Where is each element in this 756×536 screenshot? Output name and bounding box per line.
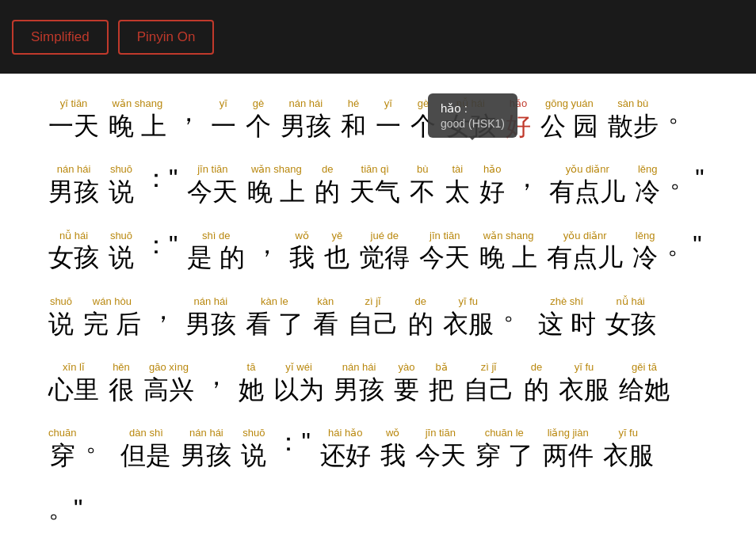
- char-unit: gāo xìng 高兴: [143, 361, 194, 405]
- pinyin-row-5: xīn lǐ 心里 hěn 很 gāo xìng 高兴 ， tā 她 yǐ wé…: [44, 361, 712, 405]
- pinyin-row-6: chuān 穿 。 dàn shì 但是 nán hái 男孩 shuō 说 ：: [44, 427, 712, 470]
- char-unit: yī fu 衣服: [443, 295, 494, 339]
- char-unit: ，: [254, 230, 280, 273]
- char-unit: ，: [176, 97, 201, 141]
- char-unit: hái hǎo 还好: [320, 427, 371, 470]
- tab-pinyin[interactable]: Pinyin On: [118, 20, 215, 55]
- char-unit: ，: [151, 295, 176, 339]
- char-unit: 。": [667, 230, 701, 273]
- char-unit: nán hái 男孩: [185, 295, 236, 339]
- char-unit: tā 她: [239, 361, 264, 405]
- char-unit: yǐ wéi 以为: [273, 361, 324, 405]
- char-unit: nán hái 男孩: [334, 361, 384, 405]
- char-unit: nǚ hái 女孩: [605, 295, 656, 339]
- char-unit: shuō 说: [109, 230, 134, 273]
- char-unit: zhè shí 这 时: [538, 295, 596, 339]
- char-unit: wǎn shang 晚 上: [247, 163, 305, 207]
- char-unit: yī tiān 一天: [48, 97, 99, 141]
- char-unit: hěn 很: [109, 361, 134, 405]
- char-unit: jīn tiān 今天: [419, 230, 470, 273]
- char-unit: gè 个: [246, 97, 271, 141]
- char-unit: chuān le 穿 了: [475, 427, 533, 470]
- tooltip-meaning: good (HSK1): [441, 117, 505, 130]
- top-bar: Simplified Pinyin On: [0, 0, 756, 74]
- main-content: hǎo : good (HSK1) yī tiān 一天 wǎn shang 晚…: [0, 74, 756, 536]
- char-unit: yǒu diǎnr 有点儿: [549, 163, 625, 207]
- char-unit: nán hái 男孩: [281, 97, 331, 141]
- char-unit: bù 不: [410, 163, 435, 207]
- char-unit: jué de 觉得: [359, 230, 410, 273]
- sentence-4: shuō 说 wán hòu 完 后 ， nán hái 男孩 kàn le 看…: [44, 295, 712, 339]
- char-unit: de 的: [315, 163, 340, 207]
- char-unit: lěng 冷: [635, 163, 660, 207]
- pinyin-row-7: 。": [44, 493, 712, 523]
- char-unit: 。: [503, 295, 529, 339]
- char-unit: gōng yuán 公 园: [540, 97, 598, 141]
- char-unit: wán hòu 完 后: [83, 295, 141, 339]
- char-unit: shuō 说: [241, 427, 266, 470]
- tooltip: hǎo : good (HSK1): [428, 93, 517, 138]
- char-unit: kàn le 看 了: [246, 295, 304, 339]
- pinyin-row-1: yī tiān 一天 wǎn shang 晚 上 ， yī 一 gè 个 nán…: [44, 97, 712, 141]
- sentence-5: xīn lǐ 心里 hěn 很 gāo xìng 高兴 ， tā 她 yǐ wé…: [44, 361, 712, 405]
- char-unit: nán hái 男孩: [48, 163, 99, 207]
- char-unit: bǎ 把: [429, 361, 454, 405]
- char-unit: yào 要: [394, 361, 419, 405]
- sentence-3: nǚ hái 女孩 shuō 说 ：" shì de 是 的 ， wǒ 我: [44, 230, 712, 273]
- char-unit: jīn tiān 今天: [187, 163, 238, 207]
- char-unit: nǚ hái 女孩: [48, 230, 99, 273]
- char-unit: hé 和: [341, 97, 366, 141]
- char-unit: gěi tā 给她: [619, 361, 670, 405]
- char-unit: nán hái 男孩: [181, 427, 231, 470]
- char-unit: 。: [668, 97, 693, 141]
- sentence-7: 。": [44, 493, 712, 523]
- char-unit: tài 太: [445, 163, 470, 207]
- pinyin-row-4: shuō 说 wán hòu 完 后 ， nán hái 男孩 kàn le 看…: [44, 295, 712, 339]
- char-unit: wǎn shang 晚 上: [479, 230, 537, 273]
- char-unit: liǎng jiàn 两件: [543, 427, 594, 470]
- char-unit: 。": [670, 163, 704, 207]
- char-unit: yě 也: [324, 230, 349, 273]
- char-unit: ：": [143, 230, 178, 273]
- pinyin-row-2: nán hái 男孩 shuō 说 ：" jīn tiān 今天 wǎn sha…: [44, 163, 712, 207]
- char-unit: ：": [276, 427, 310, 470]
- char-unit: dàn shì 但是: [120, 427, 171, 470]
- char-unit: yǒu diǎnr 有点儿: [547, 230, 623, 273]
- tab-simplified[interactable]: Simplified: [12, 20, 109, 55]
- char-unit: xīn lǐ 心里: [48, 361, 99, 405]
- char-unit: shì de 是 的: [187, 230, 245, 273]
- char-unit: wǎn shang 晚 上: [109, 97, 166, 141]
- sentence-2: nán hái 男孩 shuō 说 ：" jīn tiān 今天 wǎn sha…: [44, 163, 712, 207]
- char-unit: chuān 穿: [48, 427, 76, 470]
- char-unit: lěng 冷: [632, 230, 658, 273]
- char-unit: jīn tiān 今天: [415, 427, 466, 470]
- char-unit: ：": [143, 163, 178, 207]
- char-unit: kàn 看: [313, 295, 338, 339]
- char-unit: yī fu 衣服: [603, 427, 654, 470]
- char-unit: hǎo 好: [479, 163, 505, 207]
- char-unit: yī fu 衣服: [559, 361, 609, 405]
- char-unit: shuō 说: [48, 295, 74, 339]
- char-unit: yī 一: [376, 97, 401, 141]
- char-unit: yī 一: [211, 97, 236, 141]
- char-unit: de 的: [524, 361, 549, 405]
- char-unit: sàn bù 散步: [608, 97, 659, 141]
- char-unit: zì jǐ 自己: [348, 295, 399, 339]
- char-unit: ，: [204, 361, 229, 405]
- char-unit: 。: [86, 427, 111, 470]
- tooltip-pinyin: hǎo :: [441, 101, 505, 116]
- char-unit: shuō 说: [109, 163, 134, 207]
- char-unit: zì jǐ 自己: [464, 361, 514, 405]
- char-unit: 。": [48, 493, 82, 523]
- sentence-1: hǎo : good (HSK1) yī tiān 一天 wǎn shang 晚…: [44, 97, 712, 141]
- pinyin-row-3: nǚ hái 女孩 shuō 说 ：" shì de 是 的 ， wǒ 我: [44, 230, 712, 273]
- char-unit: de 的: [408, 295, 433, 339]
- char-unit: wǒ 我: [380, 427, 406, 470]
- char-unit: tiān qì 天气: [349, 163, 400, 207]
- char-unit: wǒ 我: [289, 230, 315, 273]
- sentence-6: chuān 穿 。 dàn shì 但是 nán hái 男孩 shuō 说 ：: [44, 427, 712, 470]
- char-unit: ，: [514, 163, 540, 207]
